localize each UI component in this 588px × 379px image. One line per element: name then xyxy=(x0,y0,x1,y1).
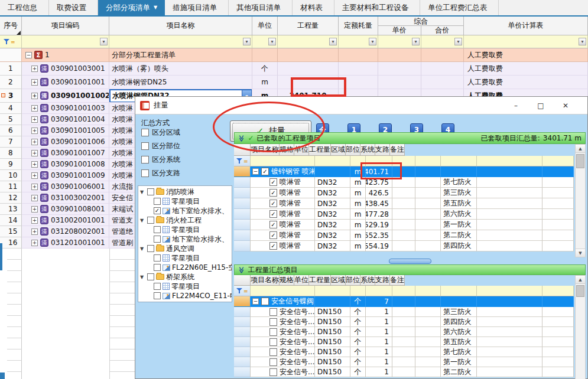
summary-option[interactable]: 区分区域 xyxy=(141,128,180,138)
checkbox[interactable] xyxy=(269,178,277,186)
column-header[interactable]: 区域 xyxy=(331,275,346,286)
column-header[interactable]: 规格 xyxy=(280,144,294,156)
column-header[interactable]: 工程量 xyxy=(309,275,331,286)
column-header[interactable]: 规格 xyxy=(280,275,294,286)
checkbox[interactable] xyxy=(154,226,161,233)
checkbox[interactable] xyxy=(154,254,161,262)
group-row[interactable]: 1 分部分项工程量清单 人工费取费 xyxy=(0,48,588,62)
expand-icon[interactable] xyxy=(31,105,38,112)
left-edge-scroll-marker[interactable] xyxy=(0,243,2,270)
caught-row[interactable]: 喷淋管 DN32 m 552.35 第二防火 xyxy=(234,230,574,241)
col-header-code[interactable]: 项目编码 xyxy=(22,17,109,35)
summary-row[interactable]: 安全信号... DN150 个 1 第四防火 xyxy=(234,317,574,327)
checkbox[interactable] xyxy=(147,188,154,195)
expand-icon[interactable] xyxy=(31,217,38,224)
maximize-button[interactable]: □ xyxy=(532,99,550,112)
summary-row[interactable]: 安全信号... DN150 个 1 第六防火 xyxy=(234,327,574,337)
splitter-thumb[interactable] xyxy=(389,259,431,264)
filter-cell-calc[interactable] xyxy=(464,35,588,48)
checkbox[interactable] xyxy=(269,348,277,356)
checkbox[interactable] xyxy=(147,217,154,224)
checkbox[interactable] xyxy=(141,156,149,164)
collapse-icon[interactable] xyxy=(252,168,259,175)
checkbox[interactable] xyxy=(269,318,277,326)
caught-row[interactable]: 喷淋管 DN32 m 423.75 第七防火 xyxy=(234,177,574,188)
expand-icon[interactable] xyxy=(31,79,38,86)
filter-cell-unit-price[interactable] xyxy=(378,35,421,48)
filter-dropdown-icon[interactable] xyxy=(100,38,108,45)
scroll-up-icon[interactable]: ▲ xyxy=(576,145,585,153)
tab[interactable]: 工程信息 xyxy=(0,0,49,15)
tree-item[interactable]: ▼ 零星项目 xyxy=(138,225,232,234)
filter-dropdown-icon[interactable] xyxy=(369,38,376,45)
tab[interactable]: 主要材料和工程设备 xyxy=(334,0,421,15)
column-header[interactable]: 单位 xyxy=(294,144,309,156)
tree-item[interactable]: ▼ 零星项目 xyxy=(138,282,232,291)
expand-icon[interactable] xyxy=(31,240,38,246)
summary-parent-row[interactable]: 安全信号蝶阀 DN150 个 7 xyxy=(234,296,574,307)
checkbox[interactable] xyxy=(154,236,161,243)
checkbox[interactable] xyxy=(261,298,269,305)
tree-item[interactable]: ▼ 地下室给水排水、 xyxy=(138,234,232,244)
checkbox[interactable] xyxy=(269,231,277,239)
summary-option[interactable]: 区分部位 xyxy=(141,141,180,151)
filter-dropdown-icon[interactable] xyxy=(579,38,586,45)
scroll-thumb[interactable] xyxy=(576,285,584,297)
summary-row[interactable]: 安全信号... DN150 个 1 第一防火 xyxy=(234,357,574,367)
col-header-name[interactable]: 项目名称 xyxy=(109,17,252,35)
checkbox[interactable] xyxy=(269,328,277,336)
col-header-total-price[interactable]: 合价 xyxy=(421,26,464,35)
tree-item[interactable]: ▼ 消火栓工程 xyxy=(138,215,232,225)
checkbox[interactable] xyxy=(154,207,161,214)
filter-cell-unit[interactable] xyxy=(252,35,278,48)
checkbox[interactable] xyxy=(154,292,161,299)
expand-icon[interactable] xyxy=(31,161,38,168)
tree-item[interactable]: ▼ FL22N60E_H15-空调 xyxy=(138,263,232,272)
checkbox[interactable] xyxy=(154,283,161,290)
tree-item[interactable]: ▼ 地下室给水排水、 xyxy=(138,206,232,215)
tab[interactable]: 措施项目清单 xyxy=(165,0,229,15)
filter-cell-qty[interactable] xyxy=(278,35,339,48)
column-header[interactable]: 工程量 xyxy=(309,144,331,156)
table-row[interactable]: 1 030901003001 水喷淋（雾）喷头 个 人工费取费 xyxy=(0,62,588,76)
expand-icon[interactable] xyxy=(31,172,38,179)
tab[interactable]: 单位工程费汇总表 xyxy=(420,0,499,15)
col-header-unit[interactable]: 单位 xyxy=(252,17,278,35)
filter-dropdown-icon[interactable] xyxy=(243,38,251,45)
summary-row[interactable]: 安全信号... DN150 个 1 第二防火 xyxy=(234,367,574,377)
filter-cell-total-price[interactable] xyxy=(421,35,464,48)
column-header[interactable]: 单位 xyxy=(294,275,309,286)
expand-icon[interactable] xyxy=(31,128,38,134)
column-header[interactable]: 系统 xyxy=(360,144,375,156)
chevron-down-icon[interactable]: ▼ xyxy=(140,218,145,223)
summary-row[interactable]: 安全信号... DN150 个 1 第三防火 xyxy=(234,307,574,317)
checkbox[interactable] xyxy=(154,264,161,271)
caught-row[interactable]: 喷淋管 DN32 m 438.45 第五防火 xyxy=(234,198,574,209)
expand-icon[interactable] xyxy=(31,195,38,201)
expand-icon[interactable] xyxy=(31,228,38,235)
caught-parent-row[interactable]: 镀锌钢管 喷淋管 DN32 m 3401.71 xyxy=(234,166,574,177)
dialog-title-bar[interactable]: 挂量 – □ ✕ xyxy=(135,97,587,115)
checkbox[interactable] xyxy=(141,142,149,150)
column-header[interactable]: 备注 xyxy=(390,144,405,156)
tree-item[interactable]: ▼ 零星项目 xyxy=(138,253,232,263)
minimize-button[interactable]: – xyxy=(507,99,525,112)
collapse-chevron-icon[interactable] xyxy=(238,135,245,142)
checkbox[interactable] xyxy=(269,242,277,250)
checkbox[interactable] xyxy=(261,168,269,175)
summary-section-header[interactable]: 工程量汇总项目 xyxy=(234,264,586,275)
column-header[interactable]: 区域 xyxy=(331,144,346,156)
expand-icon[interactable] xyxy=(31,139,38,145)
col-header-qty[interactable]: 工程量 xyxy=(278,17,339,35)
column-header[interactable]: 部位 xyxy=(346,144,360,156)
collapse-icon[interactable] xyxy=(252,298,259,305)
column-header[interactable]: 项目名称 xyxy=(251,144,280,156)
col-header-composite[interactable]: 综合 单价 合价 xyxy=(378,17,464,35)
checkbox[interactable] xyxy=(269,189,277,197)
tree-item[interactable]: ▼ 桥架系统 xyxy=(138,272,232,282)
caught-row[interactable]: 喷淋管 DN32 m 477.28 第六防火 xyxy=(234,209,574,220)
expand-icon[interactable] xyxy=(31,150,38,156)
expand-icon[interactable] xyxy=(31,116,38,123)
checkbox[interactable] xyxy=(269,358,277,366)
filter-cell-code[interactable] xyxy=(22,35,109,48)
